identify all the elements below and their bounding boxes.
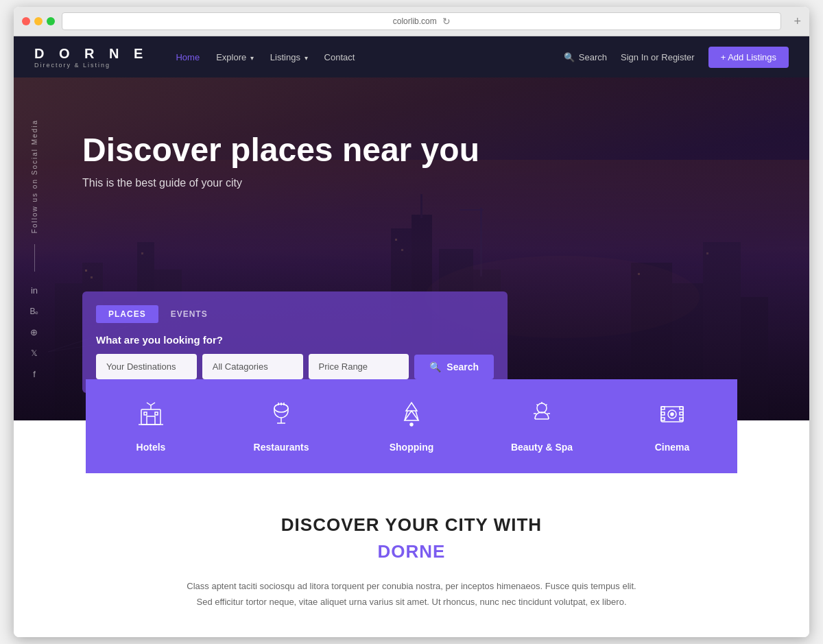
svg-rect-42 [680, 407, 683, 409]
svg-point-35 [537, 403, 547, 413]
category-restaurants[interactable]: Restaurants [216, 379, 346, 473]
svg-rect-30 [155, 412, 158, 415]
nav-explore[interactable]: Explore ▾ [216, 52, 254, 62]
svg-point-38 [671, 413, 673, 416]
refresh-icon[interactable]: ↻ [442, 16, 451, 27]
categories-select[interactable]: All Catagories [202, 354, 303, 379]
minimize-dot[interactable] [34, 17, 43, 25]
cinema-label: Cinema [655, 442, 690, 453]
places-tab[interactable]: PLACES [96, 305, 158, 323]
browser-dots [22, 17, 55, 25]
browser-chrome: colorlib.com ↻ + [14, 7, 809, 36]
social-divider [34, 244, 35, 272]
dribbble-icon[interactable]: ⊕ [30, 327, 38, 337]
linkedin-icon[interactable]: in [31, 285, 38, 296]
add-listing-button[interactable]: + Add Listings [708, 47, 789, 68]
svg-rect-39 [661, 407, 665, 409]
behance-icon[interactable]: Bₑ [29, 307, 38, 316]
logo-name: D O R N E [34, 46, 148, 62]
discover-description: Class aptent taciti sociosqu ad litora t… [178, 579, 645, 609]
url-text: colorlib.com [393, 16, 437, 26]
search-button[interactable]: 🔍 Search [414, 355, 494, 379]
nav-links: Home Explore ▾ Listings ▾ Contact [176, 52, 563, 62]
svg-point-34 [410, 423, 413, 426]
social-sidebar: Follow us on Social Media in Bₑ ⊕ 𝕏 f [14, 77, 55, 420]
nav-right: 🔍 Search Sign In or Register + Add Listi… [564, 47, 789, 68]
nav-contact[interactable]: Contact [324, 52, 355, 62]
discover-title: DISCOVER YOUR CITY WITH [34, 514, 789, 536]
discover-section: DISCOVER YOUR CITY WITH DORNE Class apte… [14, 473, 809, 636]
browser-window: colorlib.com ↻ + D O R N E Directory & L… [14, 7, 809, 636]
nav-search-button[interactable]: 🔍 Search [564, 52, 607, 62]
search-btn-icon: 🔍 [429, 361, 441, 372]
search-question: What are you looking for? [96, 334, 494, 346]
hotels-icon [137, 400, 165, 433]
svg-rect-40 [661, 412, 665, 415]
cinema-icon [658, 400, 686, 433]
hero-subtitle: This is the best guide of your city [82, 177, 479, 189]
beauty-spa-label: Beauty & Spa [511, 442, 573, 453]
hero-content: Discover places near you This is the bes… [82, 132, 479, 189]
hero-section: Follow us on Social Media in Bₑ ⊕ 𝕏 f Di… [14, 77, 809, 420]
svg-rect-41 [661, 418, 665, 420]
search-btn-label: Search [446, 361, 479, 372]
hotels-label: Hotels [136, 442, 166, 453]
logo-area: D O R N E Directory & Listing [34, 46, 148, 69]
search-icon: 🔍 [564, 52, 575, 62]
destination-select[interactable]: Your Destinations [96, 354, 197, 379]
categories-section: Hotels Restaurants [14, 420, 809, 473]
events-tab[interactable]: EVENTS [158, 305, 220, 323]
twitter-icon[interactable]: 𝕏 [31, 348, 38, 358]
search-box: PLACES EVENTS What are you looking for? … [82, 291, 508, 393]
category-cinema[interactable]: Cinema [607, 379, 737, 473]
hero-title: Discover places near you [82, 132, 479, 169]
social-icons: in Bₑ ⊕ 𝕏 f [29, 285, 38, 379]
search-tabs: PLACES EVENTS [96, 305, 494, 323]
social-follow-text: Follow us on Social Media [31, 119, 38, 233]
svg-rect-29 [144, 412, 147, 415]
nav-home[interactable]: Home [176, 52, 200, 62]
navbar: D O R N E Directory & Listing Home Explo… [14, 36, 809, 77]
category-beauty-spa[interactable]: Beauty & Spa [477, 379, 607, 473]
shopping-icon [398, 400, 425, 433]
logo-sub: Directory & Listing [34, 62, 148, 69]
discover-brand: DORNE [34, 541, 789, 562]
svg-rect-44 [680, 418, 683, 420]
nav-listings[interactable]: Listings ▾ [270, 52, 308, 62]
shopping-label: Shopping [390, 442, 434, 453]
category-shopping[interactable]: Shopping [346, 379, 477, 473]
restaurants-label: Restaurants [254, 442, 309, 453]
close-dot[interactable] [22, 17, 30, 25]
address-bar[interactable]: colorlib.com ↻ [62, 12, 781, 30]
svg-marker-32 [406, 403, 417, 411]
restaurants-icon [267, 400, 295, 433]
category-hotels[interactable]: Hotels [86, 379, 216, 473]
svg-rect-43 [680, 412, 683, 415]
maximize-dot[interactable] [47, 17, 55, 25]
signin-link[interactable]: Sign In or Register [621, 52, 695, 62]
search-row: Your Destinations All Catagories Price R… [96, 354, 494, 379]
facebook-icon[interactable]: f [33, 369, 36, 379]
search-label: Search [579, 52, 607, 62]
new-tab-icon[interactable]: + [794, 14, 801, 29]
beauty-spa-icon [528, 400, 556, 433]
price-select[interactable]: Price Range [309, 354, 409, 379]
